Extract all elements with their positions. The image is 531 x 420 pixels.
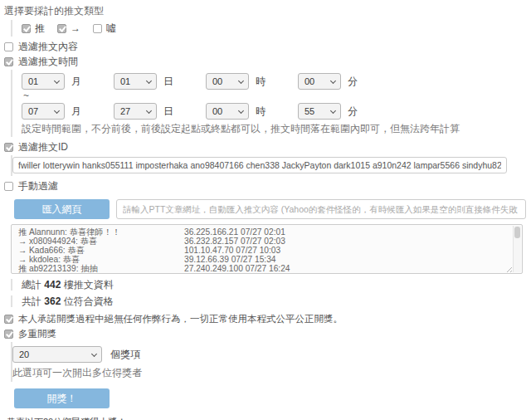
article-url-input[interactable] xyxy=(116,199,526,219)
time-end-row: 07 月 27 日 00 時 55 分 xyxy=(22,102,526,120)
comment-row: → kkdolea: 恭喜 39.12.66.39 07/27 15:34 xyxy=(18,255,509,264)
push-checkbox[interactable] xyxy=(22,24,31,33)
chevron-down-icon xyxy=(238,108,244,114)
scrollbar-thumb[interactable] xyxy=(514,227,520,238)
minute-unit-label: 分 xyxy=(348,105,358,119)
comment-row: 推 ab92213139: 抽抽 27.240.249.100 07/27 16… xyxy=(18,264,509,273)
push-type-option-arrow: → xyxy=(57,22,80,34)
start-day-select[interactable]: 01 xyxy=(114,73,157,90)
start-month-select[interactable]: 01 xyxy=(22,73,65,90)
chevron-down-icon xyxy=(91,351,97,357)
filter-content-label: 過濾推文內容 xyxy=(18,40,78,54)
qualified-users-stat: 共計 362 位符合資格 xyxy=(11,295,526,307)
filter-content-checkbox[interactable] xyxy=(4,42,13,51)
multi-draw-note: 此選項可一次開出多位得獎者 xyxy=(12,366,526,379)
arrow-checkbox[interactable] xyxy=(57,24,66,33)
total-comments-count: 442 xyxy=(44,279,61,291)
end-minute-select[interactable]: 55 xyxy=(298,103,341,120)
filter-id-block xyxy=(11,155,526,176)
end-hour-select[interactable]: 00 xyxy=(206,103,249,120)
filter-time-row: 過濾推文時間 xyxy=(4,55,526,68)
multi-draw-checkbox[interactable] xyxy=(4,330,13,339)
filter-content-row: 過濾推文內容 xyxy=(4,40,526,53)
chevron-down-icon xyxy=(330,108,336,114)
multi-draw-row: 多重開獎 xyxy=(4,327,526,340)
push-type-options: 推 → 噓 xyxy=(11,20,526,37)
manual-filter-checkbox[interactable] xyxy=(4,182,13,191)
month-unit-label: 月 xyxy=(71,105,81,119)
day-unit-label: 日 xyxy=(163,75,173,89)
day-unit-label: 日 xyxy=(163,105,173,119)
chevron-down-icon xyxy=(146,108,152,114)
push-type-option-boo: 噓 xyxy=(93,22,116,36)
time-start-row: 01 月 01 日 00 時 00 分 xyxy=(22,72,526,90)
minute-unit-label: 分 xyxy=(348,75,358,89)
lottery-helper-page: 選擇要採計的推文類型 推 → 噓 過濾推文內容 過濾推文時間 01 月 xyxy=(0,0,531,420)
fairness-promise-row: 本人承諾開獎過程中絕無任何作弊行為，一切正常使用本程式公平公正開獎。 xyxy=(4,312,526,325)
multi-draw-label: 多重開獎 xyxy=(18,328,56,340)
comment-row: → x080944924: 恭喜 36.232.82.157 07/27 02:… xyxy=(18,237,509,246)
hour-unit-label: 時 xyxy=(256,105,266,119)
chevron-down-icon xyxy=(54,108,60,114)
hour-unit-label: 時 xyxy=(256,75,266,89)
end-day-select[interactable]: 27 xyxy=(114,103,157,120)
chevron-down-icon xyxy=(238,78,244,84)
fairness-promise-label: 本人承諾開獎過程中絕無任何作弊行為，一切正常使用本程式公平公正開獎。 xyxy=(18,313,343,325)
time-range-block: 01 月 01 日 00 時 00 分 ~ 07 月 27 xyxy=(11,70,526,137)
comment-row: 推 Alannunn: 恭喜律師！！ 36.225.166.21 07/27 0… xyxy=(18,227,509,237)
prize-count-select[interactable]: 20 xyxy=(12,346,102,363)
multi-draw-block: 20 個獎項 此選項可一次開出多位得獎者 xyxy=(11,342,526,382)
filter-id-checkbox[interactable] xyxy=(4,143,13,152)
comments-textarea[interactable]: 推 Alannunn: 恭喜律師！！ 36.225.166.21 07/27 0… xyxy=(11,224,523,274)
filter-id-row: 過濾推文ID xyxy=(4,140,526,154)
start-hour-select[interactable]: 00 xyxy=(206,73,249,90)
prize-unit-label: 個獎項 xyxy=(110,348,140,362)
arrow-checkbox-label: → xyxy=(71,22,80,34)
manual-filter-label: 手動過濾 xyxy=(18,179,58,193)
qualified-users-count: 362 xyxy=(44,295,61,307)
range-tilde: ~ xyxy=(23,91,526,101)
scrollbar-track[interactable] xyxy=(513,226,521,272)
boo-checkbox[interactable] xyxy=(93,24,102,33)
draw-button[interactable]: 開獎！ xyxy=(14,388,110,408)
import-row: 匯入網頁 xyxy=(14,199,526,219)
filter-id-input[interactable] xyxy=(12,157,507,173)
import-page-button[interactable]: 匯入網頁 xyxy=(14,199,110,219)
chevron-down-icon xyxy=(146,78,152,84)
end-month-select[interactable]: 07 xyxy=(22,103,65,120)
fairness-promise-checkbox[interactable] xyxy=(4,315,13,324)
chevron-down-icon xyxy=(54,78,60,84)
start-minute-select[interactable]: 00 xyxy=(298,73,341,90)
result-headline: 恭喜以下20位鄉民獲得大獎！ xyxy=(7,417,526,420)
filter-time-label: 過濾推文時間 xyxy=(18,55,78,69)
chevron-down-icon xyxy=(330,78,336,84)
filter-id-label: 過濾推文ID xyxy=(18,140,68,154)
push-type-title: 選擇要採計的推文類型 xyxy=(4,5,526,17)
manual-filter-row: 手動過濾 xyxy=(4,179,526,193)
month-unit-label: 月 xyxy=(71,75,81,89)
push-checkbox-label: 推 xyxy=(35,22,45,36)
boo-checkbox-label: 噓 xyxy=(106,22,116,36)
comment-row: → Kada666: 恭喜 101.10.47.70 07/27 10:03 xyxy=(18,246,509,255)
filter-time-checkbox[interactable] xyxy=(4,57,13,66)
time-range-hint: 設定時間範圍，不分前後，前後設定起點或終點都可以，推文時間落在範圍內即可，但無法… xyxy=(22,123,526,135)
total-comments-stat: 總計 442 樓推文資料 xyxy=(11,279,526,291)
push-type-option-push: 推 xyxy=(22,22,45,36)
